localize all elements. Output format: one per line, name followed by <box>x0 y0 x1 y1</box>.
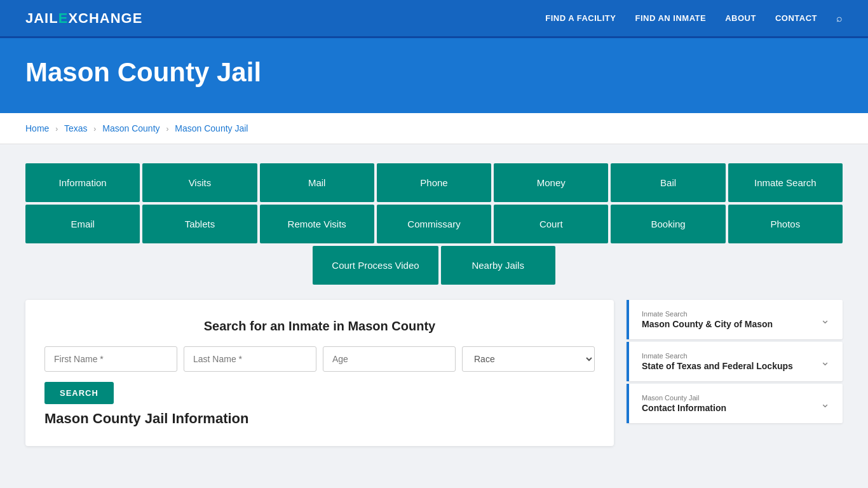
btn-booking[interactable]: Booking <box>611 205 725 243</box>
sidebar-card-label-contact: Mason County Jail <box>642 394 726 402</box>
sidebar-card-title-contact: Contact Information <box>642 403 726 413</box>
race-select[interactable]: Race White Black Hispanic Asian Other <box>462 346 595 372</box>
first-name-input[interactable] <box>44 346 177 372</box>
sidebar-card-contact-info: Mason County Jail Contact Information ⌄ <box>627 384 843 423</box>
search-icon[interactable]: ⌕ <box>836 13 843 24</box>
left-panel: Search for an Inmate in Mason County Rac… <box>25 300 614 446</box>
sidebar-card-label-mason: Inmate Search <box>642 310 773 318</box>
sidebar-card-title-mason: Mason County & City of Mason <box>642 319 773 329</box>
inmate-search-form: Race White Black Hispanic Asian Other <box>44 346 595 372</box>
breadcrumb-sep-3: › <box>166 125 168 133</box>
breadcrumb-sep-2: › <box>93 125 96 133</box>
sidebar-card-header-texas[interactable]: Inmate Search State of Texas and Federal… <box>627 342 843 381</box>
btn-mail[interactable]: Mail <box>260 163 374 202</box>
nav-button-row-2: Email Tablets Remote Visits Commissary C… <box>25 205 843 243</box>
btn-email[interactable]: Email <box>25 205 140 243</box>
main-content: Information Visits Mail Phone Money Bail… <box>0 144 868 465</box>
header: JAILEXCHANGE FIND A FACILITY FIND AN INM… <box>0 0 868 38</box>
hero-section: Mason County Jail <box>0 38 868 113</box>
btn-bail[interactable]: Bail <box>611 163 725 202</box>
sidebar-card-inmate-search-mason: Inmate Search Mason County & City of Mas… <box>627 300 843 339</box>
breadcrumb-sep-1: › <box>55 125 58 133</box>
btn-information[interactable]: Information <box>25 163 140 202</box>
age-input[interactable] <box>323 346 456 372</box>
nav-contact[interactable]: CONTACT <box>775 13 817 23</box>
sidebar-card-title-texas: State of Texas and Federal Lockups <box>642 361 793 371</box>
sidebar-card-inmate-search-texas: Inmate Search State of Texas and Federal… <box>627 342 843 381</box>
chevron-down-icon-contact: ⌄ <box>820 396 830 410</box>
btn-photos[interactable]: Photos <box>728 205 843 243</box>
search-button[interactable]: SEARCH <box>44 382 114 404</box>
nav-find-inmate[interactable]: FIND AN INMATE <box>635 13 706 23</box>
btn-commissary[interactable]: Commissary <box>377 205 491 243</box>
sidebar-card-label-texas: Inmate Search <box>642 352 793 360</box>
btn-remote-visits[interactable]: Remote Visits <box>260 205 374 243</box>
logo-jail: JAIL <box>25 10 58 27</box>
breadcrumb-texas[interactable]: Texas <box>64 123 88 133</box>
page-title: Mason County Jail <box>25 57 843 88</box>
btn-court[interactable]: Court <box>494 205 608 243</box>
nav-about[interactable]: ABOUT <box>725 13 756 23</box>
chevron-down-icon-texas: ⌄ <box>820 355 830 369</box>
last-name-input[interactable] <box>184 346 316 372</box>
chevron-down-icon-mason: ⌄ <box>820 313 830 327</box>
btn-money[interactable]: Money <box>494 163 608 202</box>
btn-court-process-video[interactable]: Court Process Video <box>313 246 438 285</box>
site-logo[interactable]: JAILEXCHANGE <box>25 10 142 27</box>
sidebar-card-header-contact[interactable]: Mason County Jail Contact Information ⌄ <box>627 384 843 423</box>
main-nav: FIND A FACILITY FIND AN INMATE ABOUT CON… <box>545 13 843 24</box>
right-panel: Inmate Search Mason County & City of Mas… <box>627 300 843 446</box>
btn-nearby-jails[interactable]: Nearby Jails <box>441 246 555 285</box>
sidebar-card-header-mason[interactable]: Inmate Search Mason County & City of Mas… <box>627 300 843 339</box>
nav-button-row-3: Court Process Video Nearby Jails <box>25 246 843 285</box>
search-section-title: Search for an Inmate in Mason County <box>44 319 595 334</box>
btn-phone[interactable]: Phone <box>377 163 491 202</box>
content-area: Search for an Inmate in Mason County Rac… <box>25 300 843 446</box>
breadcrumb-mason-county-jail[interactable]: Mason County Jail <box>175 123 248 133</box>
info-section-title: Mason County Jail Information <box>44 410 595 427</box>
breadcrumb-home[interactable]: Home <box>25 123 49 133</box>
btn-visits[interactable]: Visits <box>142 163 257 202</box>
nav-button-row-1: Information Visits Mail Phone Money Bail… <box>25 163 843 202</box>
btn-inmate-search[interactable]: Inmate Search <box>728 163 843 202</box>
nav-find-facility[interactable]: FIND A FACILITY <box>545 13 616 23</box>
breadcrumb: Home › Texas › Mason County › Mason Coun… <box>0 113 868 144</box>
logo-x: E <box>58 10 69 27</box>
btn-tablets[interactable]: Tablets <box>142 205 257 243</box>
logo-xchange: XCHANGE <box>68 10 142 27</box>
breadcrumb-mason-county[interactable]: Mason County <box>102 123 159 133</box>
